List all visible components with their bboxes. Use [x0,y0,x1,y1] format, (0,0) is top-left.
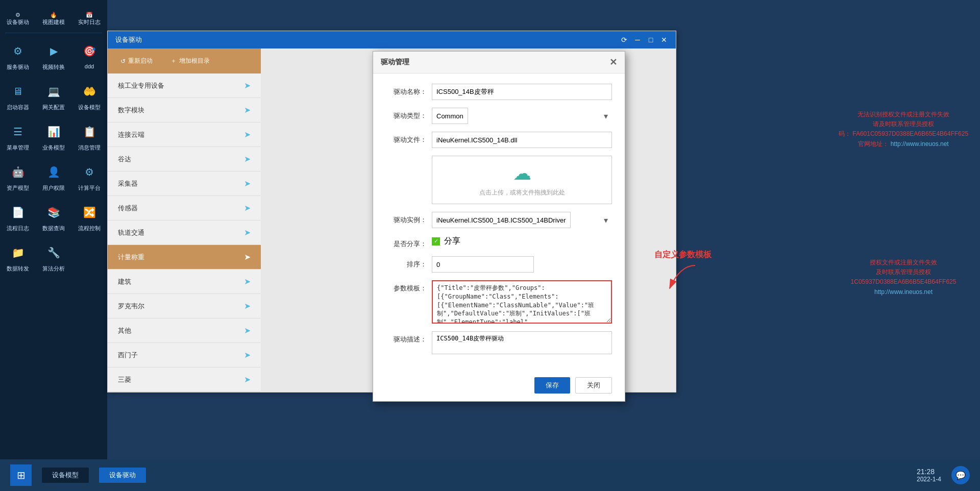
list-item[interactable]: 西门子 ➤ [108,343,261,367]
arrow-icon: ➤ [244,179,251,188]
maximize-button[interactable]: □ [647,36,655,44]
sidebar-item-realtime-log[interactable]: 📅 实时日志 [71,8,107,30]
list-item-active[interactable]: 计量称重 ➤ [108,245,261,269]
driver-list: 核工业专用设备 ➤ 数字模块 ➤ 连接云端 ➤ 谷达 ➤ [108,73,261,392]
sidebar-item-start-device[interactable]: 🖥 启动容器 [0,76,36,116]
list-item[interactable]: 轨道交通 ➤ [108,220,261,245]
business-model-icon: 📊 [43,121,64,142]
sidebar-item-user-perm[interactable]: 👤 用户权限 [36,157,71,197]
sidebar-label-device-model: 设备模型 [78,104,101,111]
sidebar: ⚙ 设备驱动 🔥 视图建模 📅 实时日志 ⚙ 服务驱动 ▶ 视频转换 🎯 ddd… [0,0,107,459]
sidebar-item-msg-mgmt[interactable]: 📋 消息管理 [71,116,107,157]
order-input[interactable] [432,256,534,273]
driver-instance-select-wrapper: iNeuKernel.ICS500_14B.ICS500_14BDriver [432,212,612,228]
video-convert-icon: ▶ [43,41,64,61]
sidebar-item-menu-mgmt[interactable]: ☰ 菜单管理 [0,116,36,157]
list-item[interactable]: 连接云端 ➤ [108,122,261,147]
annotation-arrow-svg [665,263,705,293]
list-item[interactable]: 三菱 ➤ [108,367,261,392]
sidebar-label-visual-build: 视图建模 [42,18,65,26]
sidebar-item-calc-platform[interactable]: ⚙ 计算平台 [71,157,107,197]
sidebar-item-flow-log[interactable]: 📄 流程日志 [0,197,36,237]
driver-type-select[interactable]: Common [432,108,468,124]
notif-line2: 请及时联系管理员授权 [835,119,972,129]
sidebar-item-data-query[interactable]: 📚 数据查询 [36,197,71,237]
add-root-button[interactable]: ＋ 增加根目录 [165,55,215,67]
list-item[interactable]: 数字模块 ➤ [108,98,261,122]
notif-website-link[interactable]: http://www.ineuos.net [891,140,949,148]
code-label: 码： [839,130,851,137]
close-button[interactable]: ✕ [660,36,668,44]
ddd-icon: 🎯 [79,41,100,61]
order-label: 排序： [386,256,427,269]
restart-button[interactable]: ↺ 重新启动 [115,55,158,67]
taskbar-label-device-driver: 设备驱动 [109,471,136,479]
refresh-button[interactable]: ⟳ [620,36,628,44]
msg-mgmt-icon: 📋 [79,121,100,142]
sidebar-item-gateway-config[interactable]: 💻 网关配置 [36,76,71,116]
sidebar-item-visual-build[interactable]: 🔥 视图建模 [36,8,71,30]
notif-website-link-2[interactable]: http://www.ineuos.net [874,288,933,296]
list-item[interactable]: 核工业专用设备 ➤ [108,73,261,98]
start-icon: ⊞ [17,469,26,481]
list-item[interactable]: 罗克韦尔 ➤ [108,294,261,318]
algo-analysis-icon: 🔧 [43,242,64,263]
driver-file-input[interactable] [432,132,612,148]
share-checkbox[interactable]: ✓ [432,237,440,245]
save-button[interactable]: 保存 [534,377,570,394]
sidebar-item-device-model[interactable]: 🤲 设备模型 [71,76,107,116]
sidebar-item-video-convert[interactable]: ▶ 视频转换 [36,36,71,76]
taskbar-item-device-driver[interactable]: 设备驱动 [99,468,146,483]
driver-file-label: 驱动文件： [386,132,427,144]
sidebar-item-ddd[interactable]: 🎯 ddd [71,36,107,76]
chat-icon-button[interactable]: 💬 [951,466,970,484]
arrow-icon: ➤ [244,277,251,286]
dialog-title: 驱动管理 [381,58,409,67]
list-item-label: 其他 [118,326,131,335]
taskbar-time: 21:28 2022-1-4 [917,468,941,483]
close-dialog-button[interactable]: 关闭 [575,377,612,394]
dialog-close-button[interactable]: ✕ [609,57,617,68]
dialog-footer: 保存 关闭 [373,372,625,401]
sidebar-label-ddd: ddd [85,63,94,69]
order-row: 排序： [386,256,612,273]
upload-area[interactable]: ☁ 点击上传，或将文件拖拽到此处 [432,156,612,204]
sidebar-label-flow-ctrl: 流程控制 [78,225,101,232]
list-item-label: 建筑 [118,277,131,286]
sidebar-item-service-driver[interactable]: ⚙ 服务驱动 [0,36,36,76]
sidebar-label-data-query: 数据查询 [42,225,65,232]
params-textarea[interactable]: {"Title":"皮带秤参数","Groups":[{"GroupName":… [432,280,612,324]
time-display: 21:28 [917,468,941,476]
restart-icon: ↺ [120,58,126,65]
add-icon: ＋ [170,57,177,65]
arrow-icon: ➤ [244,375,251,384]
sidebar-label-user-perm: 用户权限 [42,184,65,192]
sidebar-item-ai-model[interactable]: 🤖 资产模型 [0,157,36,197]
share-control: ✓ 分享 [432,236,460,247]
sidebar-item-flow-ctrl[interactable]: 🔀 流程控制 [71,197,107,237]
minimize-button[interactable]: ─ [633,36,642,44]
driver-instance-select[interactable]: iNeuKernel.ICS500_14B.ICS500_14BDriver [432,212,571,228]
share-label: 是否分享： [386,236,427,249]
driver-name-input[interactable] [432,84,612,100]
data-transfer-icon: 📁 [8,242,28,263]
annotation-text: 自定义参数模板 [654,250,712,260]
taskbar: ⊞ 设备模型 设备驱动 21:28 2022-1-4 💬 [0,459,980,491]
sidebar-item-algo-analysis[interactable]: 🔧 算法分析 [36,237,71,278]
sidebar-item-device-driver[interactable]: ⚙ 设备驱动 [0,8,36,30]
list-item-label: 轨道交通 [118,228,144,237]
start-button[interactable]: ⊞ [10,464,32,486]
list-item[interactable]: 建筑 ➤ [108,269,261,294]
desc-textarea[interactable]: ICS500_14B皮带秤驱动 [432,331,612,354]
ai-model-icon: 🤖 [8,162,28,182]
driver-management-dialog: 驱动管理 ✕ 驱动名称： 驱动类型： Common 驱动文件： [373,51,625,402]
list-item[interactable]: 传感器 ➤ [108,196,261,220]
sidebar-item-data-transfer[interactable]: 📁 数据转发 [0,237,36,278]
sidebar-item-business-model[interactable]: 📊 业务模型 [36,116,71,157]
upload-label [386,156,427,159]
list-item[interactable]: 采集器 ➤ [108,171,261,196]
taskbar-item-device-model[interactable]: 设备模型 [42,468,89,483]
notif-line4: 及时联系管理员授权 [835,267,972,277]
list-item[interactable]: 谷达 ➤ [108,147,261,171]
list-item[interactable]: 其他 ➤ [108,318,261,343]
